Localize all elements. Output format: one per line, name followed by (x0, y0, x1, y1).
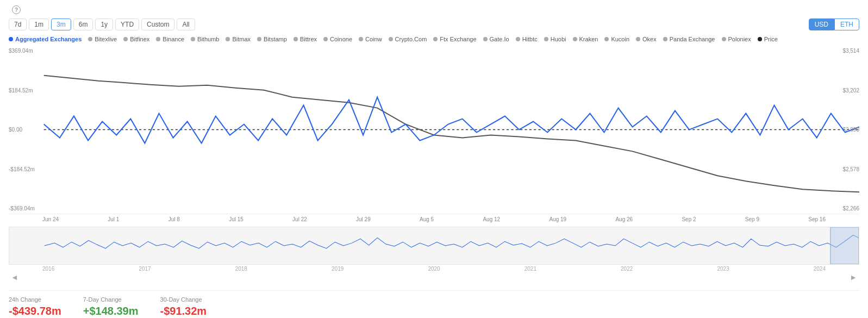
y-axis-left: $369.04m$184.52m$0.00-$184.52m-$369.04m (9, 46, 42, 214)
main-chart-svg (9, 46, 859, 214)
legend-dot (389, 37, 393, 41)
scroll-right-arrow[interactable]: ► (850, 273, 857, 282)
legend-item-bithumb[interactable]: Bithumb (191, 36, 219, 42)
legend-label: Ftx Exchange (440, 36, 476, 42)
y-axis-left-label: $184.52m (9, 88, 42, 93)
legend-label: Coinw (365, 36, 382, 42)
legend-label: Crypto.Com (395, 36, 427, 42)
x-axis-label: Jul 8 (168, 216, 180, 222)
legend-item-price[interactable]: Price (758, 36, 778, 42)
time-btn-1y[interactable]: 1y (95, 18, 113, 30)
x-axis-label: Sep 9 (745, 216, 759, 222)
legend-item-hitbtc[interactable]: Hitbtc (516, 36, 538, 42)
legend-dot (226, 37, 230, 41)
time-btn-1m[interactable]: 1m (29, 18, 49, 30)
mini-x-axis-label: 2018 (235, 266, 247, 272)
legend-label: Coinone (330, 36, 352, 42)
mini-chart[interactable] (9, 227, 859, 265)
mini-x-axis-label: 2019 (332, 266, 344, 272)
legend-item-bittrex[interactable]: Bittrex (294, 36, 317, 42)
legend-item-gate-io[interactable]: Gate.Io (483, 36, 509, 42)
y-axis-right-label: $3,202 (832, 88, 859, 93)
mini-chart-svg (9, 227, 859, 264)
legend-dot (604, 37, 609, 41)
time-btn-all[interactable]: All (177, 18, 195, 30)
legend-label: Bitexlive (95, 36, 117, 42)
time-btn-ytd[interactable]: YTD (115, 18, 139, 30)
currency-btn-usd[interactable]: USD (809, 18, 834, 30)
legend-label: Binance (163, 36, 184, 42)
y-axis-right-label: $3,514 (832, 48, 859, 54)
x-axis-label: Aug 5 (420, 216, 434, 222)
time-btn-3m[interactable]: 3m (51, 18, 71, 30)
stat-label: 30-Day Change (160, 296, 207, 303)
chart-area: $369.04m$184.52m$0.00-$184.52m-$369.04m … (9, 46, 859, 283)
legend-item-bitfinex[interactable]: Bitfinex (123, 36, 149, 42)
stat-item-7-day-change: 7-Day Change+$148.39m (83, 296, 139, 317)
legend-item-okex[interactable]: Okex (636, 36, 657, 42)
legend-item-aggregated-exchanges[interactable]: Aggregated Exchanges (9, 36, 82, 42)
legend-item-kucoin[interactable]: Kucoin (604, 36, 629, 42)
legend-item-bitexlive[interactable]: Bitexlive (88, 36, 117, 42)
y-axis-left-label: $0.00 (9, 127, 42, 133)
mini-x-axis-label: 2022 (621, 266, 633, 272)
legend-label: Bitstamp (264, 36, 287, 42)
legend-dot (88, 37, 92, 41)
y-axis-right-label: $2,578 (832, 166, 859, 172)
legend-label: Aggregated Exchanges (15, 36, 82, 42)
legend-dot (433, 37, 438, 41)
main-chart: $369.04m$184.52m$0.00-$184.52m-$369.04m … (9, 46, 859, 214)
legend-dot (722, 37, 726, 41)
time-btn-6m[interactable]: 6m (73, 18, 93, 30)
y-axis-right-label: $2,266 (832, 205, 859, 211)
legend-label: Bittrex (300, 36, 317, 42)
mini-x-axis: 201620172018201920202021202220232024 (9, 265, 859, 272)
stat-value: -$91.32m (160, 305, 207, 317)
legend-label: Bithumb (197, 36, 219, 42)
mini-x-axis-label: 2016 (42, 266, 54, 272)
legend-item-crypto-com[interactable]: Crypto.Com (389, 36, 427, 42)
currency-button-group: USDETH (809, 18, 859, 30)
legend-dot (544, 37, 548, 41)
scroll-left-arrow[interactable]: ◄ (11, 273, 18, 282)
legend-label: Gate.Io (490, 36, 509, 42)
help-icon[interactable]: ? (12, 5, 21, 14)
legend-dot (257, 37, 261, 41)
stat-value: +$148.39m (83, 305, 139, 317)
x-axis: Jun 24Jul 1Jul 8Jul 15Jul 22Jul 29Aug 5A… (9, 214, 859, 225)
legend-label: Poloniex (728, 36, 751, 42)
legend-dot (294, 37, 298, 41)
x-axis-label: Aug 26 (615, 216, 633, 222)
x-axis-label: Aug 12 (483, 216, 500, 222)
legend-item-poloniex[interactable]: Poloniex (722, 36, 751, 42)
legend-dot (758, 37, 762, 41)
legend-item-bitmax[interactable]: Bitmax (226, 36, 251, 42)
x-axis-label: Jul 15 (229, 216, 243, 222)
legend-item-ftx-exchange[interactable]: Ftx Exchange (433, 36, 476, 42)
time-btn-7d[interactable]: 7d (9, 18, 27, 30)
legend-item-kraken[interactable]: Kraken (573, 36, 598, 42)
mini-x-axis-label: 2020 (428, 266, 440, 272)
x-axis-label: Jul 29 (356, 216, 371, 222)
legend-item-panda-exchange[interactable]: Panda Exchange (663, 36, 715, 42)
legend-label: Kucoin (611, 36, 629, 42)
legend-dot (323, 37, 328, 41)
x-axis-label: Jul 22 (292, 216, 307, 222)
legend-item-coinone[interactable]: Coinone (323, 36, 352, 42)
legend-item-bitstamp[interactable]: Bitstamp (257, 36, 287, 42)
y-axis-right: $3,514$3,202$2,890$2,578$2,266 (832, 46, 859, 214)
legend-dot (663, 37, 667, 41)
mini-x-axis-label: 2023 (717, 266, 729, 272)
legend-item-huobi[interactable]: Huobi (544, 36, 566, 42)
currency-btn-eth[interactable]: ETH (834, 18, 859, 30)
x-axis-label: Aug 19 (549, 216, 566, 222)
legend-label: Kraken (579, 36, 598, 42)
legend-dot (359, 37, 363, 41)
legend-item-coinw[interactable]: Coinw (359, 36, 382, 42)
stat-label: 24h Change (9, 296, 61, 303)
mini-x-axis-label: 2024 (814, 266, 826, 272)
legend-item-binance[interactable]: Binance (156, 36, 184, 42)
y-axis-left-label: -$369.04m (9, 205, 42, 211)
time-btn-custom[interactable]: Custom (141, 18, 174, 30)
x-axis-label: Sep 16 (808, 216, 826, 222)
